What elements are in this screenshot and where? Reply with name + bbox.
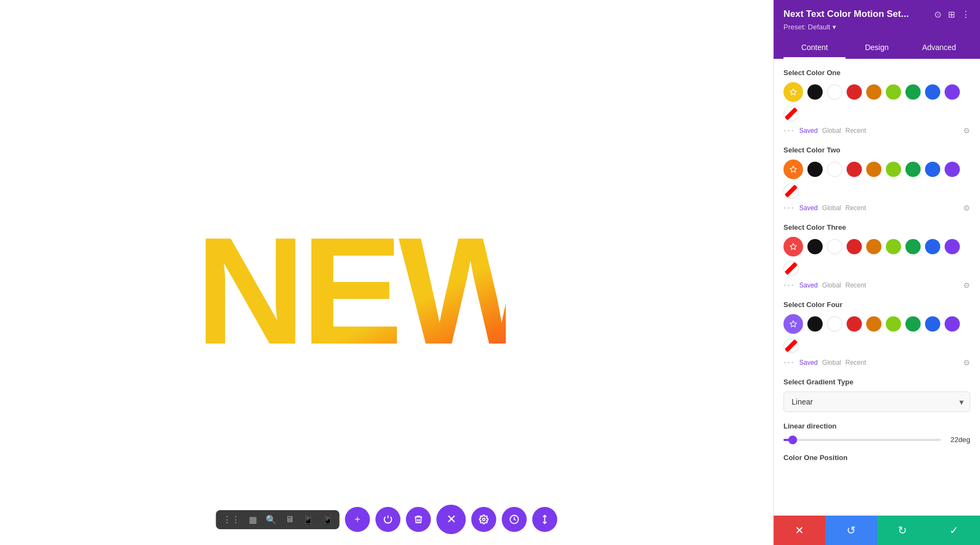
color-three-picker[interactable] [783, 237, 803, 256]
color-two-section: Select Color Two ··· Saved [783, 146, 970, 213]
delete-button[interactable] [406, 507, 431, 532]
direction-slider-thumb[interactable] [788, 436, 797, 444]
swatch-black-4[interactable] [807, 316, 823, 332]
expand-button[interactable] [532, 507, 558, 532]
footer-undo-button[interactable]: ↺ [825, 516, 877, 545]
swatch-black-3[interactable] [807, 239, 823, 254]
swatch-none-3[interactable] [783, 261, 799, 276]
swatch-purple-4[interactable] [945, 316, 960, 332]
gear-one[interactable]: ⚙ [963, 126, 970, 135]
swatch-black-2[interactable] [807, 162, 823, 177]
tab-advanced[interactable]: Advanced [908, 38, 970, 59]
grid-icon[interactable]: ⋮⋮ [223, 515, 240, 525]
recent-four[interactable]: Recent [846, 359, 866, 366]
dots-four[interactable]: ··· [783, 357, 795, 368]
swatch-lime-4[interactable] [886, 316, 901, 332]
close-button[interactable]: ✕ [437, 505, 466, 534]
swatch-amber-1[interactable] [866, 84, 881, 100]
tab-design[interactable]: Design [846, 38, 908, 59]
monitor-icon[interactable]: 🖥 [285, 515, 294, 524]
swatch-lime-1[interactable] [886, 84, 901, 100]
screenshot-icon[interactable]: ⊙ [934, 9, 941, 20]
footer-cancel-button[interactable]: ✕ [774, 516, 825, 545]
more-icon[interactable]: ⋮ [961, 9, 970, 20]
swatch-red-3[interactable] [847, 239, 862, 254]
tab-content[interactable]: Content [783, 38, 846, 59]
swatch-purple-3[interactable] [945, 239, 960, 254]
recent-one[interactable]: Recent [846, 127, 866, 134]
swatch-white-3[interactable] [827, 239, 842, 254]
global-three[interactable]: Global [822, 281, 841, 289]
power-button[interactable] [376, 507, 401, 532]
panel-title-icons: ⊙ ⊞ ⋮ [934, 9, 970, 20]
swatch-none-2[interactable] [783, 183, 799, 199]
saved-one[interactable]: Saved [799, 127, 818, 134]
swatch-purple-1[interactable] [945, 84, 960, 100]
color-one-section: Select Color One ··· Saved [783, 69, 970, 136]
swatch-green-3[interactable] [905, 239, 921, 254]
swatch-none-4[interactable] [783, 338, 799, 353]
canvas: NEW ⋮⋮ ▦ 🔍 🖥 📱 📱 + ✕ [0, 0, 773, 545]
mobile-icon[interactable]: 📱 [322, 515, 333, 525]
swatch-white-1[interactable] [827, 84, 842, 100]
swatch-black-1[interactable] [807, 84, 823, 100]
swatch-blue-2[interactable] [925, 162, 940, 177]
swatch-green-2[interactable] [905, 162, 921, 177]
color-two-meta: ··· Saved Global Recent ⚙ [783, 202, 970, 213]
swatch-white-2[interactable] [827, 162, 842, 177]
swatch-lime-3[interactable] [886, 239, 901, 254]
recent-two[interactable]: Recent [846, 204, 866, 212]
direction-row: 22deg [783, 436, 970, 444]
search-icon[interactable]: 🔍 [266, 515, 277, 525]
swatch-red-1[interactable] [847, 84, 862, 100]
swatch-amber-2[interactable] [866, 162, 881, 177]
gear-three[interactable]: ⚙ [963, 281, 970, 290]
gear-two[interactable]: ⚙ [963, 204, 970, 212]
grid-view-icon[interactable]: ⊞ [948, 9, 955, 20]
swatch-white-4[interactable] [827, 316, 842, 332]
footer-redo-button[interactable]: ↻ [877, 516, 929, 545]
toolbar-left-group: ⋮⋮ ▦ 🔍 🖥 📱 📱 [216, 510, 340, 529]
settings-button[interactable] [471, 507, 497, 532]
swatch-none-1[interactable] [783, 106, 799, 121]
saved-four[interactable]: Saved [799, 359, 818, 366]
direction-label: Linear direction [783, 422, 970, 430]
color-four-picker[interactable] [783, 314, 803, 334]
swatch-blue-1[interactable] [925, 84, 940, 100]
saved-three[interactable]: Saved [799, 281, 818, 289]
global-two[interactable]: Global [822, 204, 841, 212]
color-two-picker[interactable] [783, 160, 803, 179]
swatch-amber-3[interactable] [866, 239, 881, 254]
saved-two[interactable]: Saved [799, 204, 818, 212]
recent-three[interactable]: Recent [846, 281, 866, 289]
color-one-picker[interactable] [783, 82, 803, 102]
dots-three[interactable]: ··· [783, 279, 795, 291]
gradient-type-select[interactable]: Linear Radial Conic [783, 391, 970, 412]
color-four-section: Select Color Four ··· Saved [783, 301, 970, 368]
tablet-icon[interactable]: 📱 [303, 515, 314, 525]
swatch-blue-4[interactable] [925, 316, 940, 332]
dots-two[interactable]: ··· [783, 202, 795, 213]
layout-icon[interactable]: ▦ [249, 515, 257, 525]
swatch-purple-2[interactable] [945, 162, 960, 177]
direction-slider-track[interactable] [783, 439, 941, 441]
global-one[interactable]: Global [822, 127, 841, 134]
add-button[interactable]: + [345, 507, 370, 532]
swatch-red-4[interactable] [847, 316, 862, 332]
footer-save-button[interactable]: ✓ [928, 516, 980, 545]
swatch-green-4[interactable] [905, 316, 921, 332]
direction-section: Linear direction 22deg [783, 422, 970, 444]
swatch-red-2[interactable] [847, 162, 862, 177]
dots-one[interactable]: ··· [783, 125, 795, 136]
swatch-lime-2[interactable] [886, 162, 901, 177]
history-button[interactable] [502, 507, 527, 532]
gradient-select-wrapper: Linear Radial Conic ▾ [783, 391, 970, 412]
swatch-green-1[interactable] [905, 84, 921, 100]
gear-four[interactable]: ⚙ [963, 358, 970, 367]
global-four[interactable]: Global [822, 359, 841, 366]
panel-preset[interactable]: Preset: Default ▾ [783, 23, 970, 31]
swatch-amber-4[interactable] [866, 316, 881, 332]
swatch-blue-3[interactable] [925, 239, 940, 254]
panel-tabs: Content Design Advanced [783, 38, 970, 59]
color-three-label: Select Color Three [783, 223, 970, 231]
